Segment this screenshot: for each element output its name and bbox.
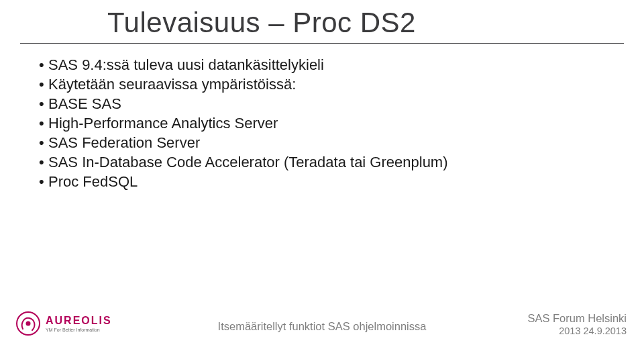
footer-event: SAS Forum Helsinki <box>527 312 627 326</box>
bullet-item: SAS 9.4:ssä tuleva uusi datankäsittelyki… <box>39 55 604 74</box>
footer: AUREOLIS YM For Better Information Itsem… <box>0 303 644 344</box>
slide: Tulevaisuus – Proc DS2 SAS 9.4:ssä tulev… <box>0 0 644 349</box>
bullet-item: Proc FedSQL <box>39 172 604 191</box>
title-divider <box>20 43 624 44</box>
bullet-item: BASE SAS <box>39 94 604 113</box>
bullet-item: SAS Federation Server <box>39 133 604 152</box>
bullet-item: SAS In-Database Code Accelerator (Terada… <box>39 152 604 172</box>
content-body: SAS 9.4:ssä tuleva uusi datankäsittelyki… <box>39 55 604 191</box>
footer-right: SAS Forum Helsinki 2013 24.9.2013 <box>527 312 627 337</box>
page-title: Tulevaisuus – Proc DS2 <box>107 7 624 39</box>
bullet-item: Käytetään seuraavissa ympäristöissä: <box>39 74 604 94</box>
title-area: Tulevaisuus – Proc DS2 <box>107 7 624 39</box>
footer-date: 2013 24.9.2013 <box>527 326 627 337</box>
bullet-item: High-Performance Analytics Server <box>39 113 604 133</box>
